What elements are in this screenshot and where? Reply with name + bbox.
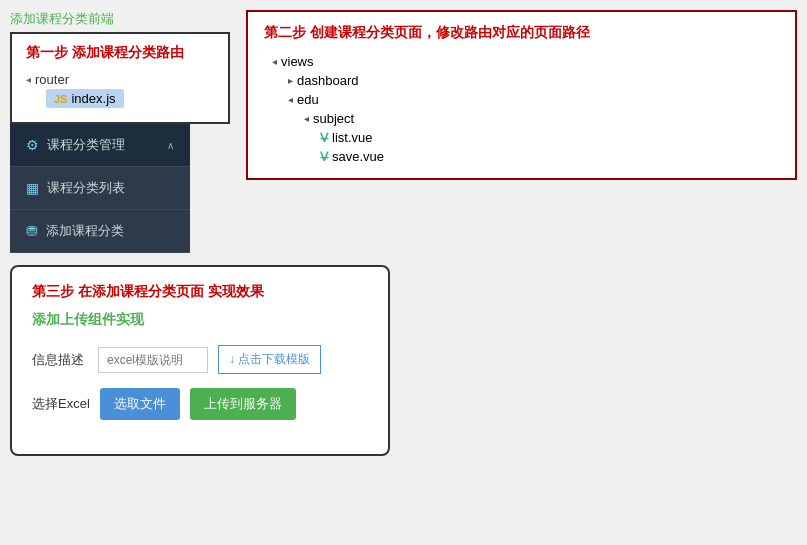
tree2-edu: ◂ edu [288, 90, 779, 109]
left-column: 添加课程分类前端 第一步 添加课程分类路由 ◂ router JS index.… [10, 10, 230, 253]
panel1-wrapper: 添加课程分类前端 第一步 添加课程分类路由 ◂ router JS index.… [10, 10, 230, 124]
panel3-title-text: 在添加课程分类页面 实现效果 [78, 283, 264, 299]
js-icon: JS [54, 93, 67, 105]
panel2-step: 第二步 [264, 24, 306, 40]
desc-input[interactable] [98, 347, 208, 373]
tree2-edu-label: edu [297, 92, 319, 107]
router-tree-item: ◂ router [26, 70, 214, 89]
index-file-item: JS index.js [46, 89, 124, 108]
sidebar-item-list[interactable]: ▦ 课程分类列表 [10, 167, 190, 210]
panel1-title: 第一步 添加课程分类路由 [26, 44, 214, 62]
panel2-title: 第二步 创建课程分类页面，修改路由对应的页面路径 [264, 24, 779, 42]
vue-icon-save: V̶ [320, 150, 328, 164]
sidebar: ⚙ 课程分类管理 ∧ ▦ 课程分类列表 ⛃ 添加课程分类 [10, 124, 190, 253]
panel3-box: 第三步 在添加课程分类页面 实现效果 添加上传组件实现 信息描述 ↓ 点击下载模… [10, 265, 390, 456]
tree2-views-label: views [281, 54, 314, 69]
tree2-dashboard: ▸ dashboard [288, 71, 779, 90]
folder-arrow-dashboard: ▸ [288, 75, 293, 86]
panel1-header: 添加课程分类前端 [10, 10, 114, 28]
folder-arrow-subject: ◂ [304, 113, 309, 124]
bottom-row: 第三步 在添加课程分类页面 实现效果 添加上传组件实现 信息描述 ↓ 点击下载模… [10, 265, 797, 456]
sidebar-item-add[interactable]: ⛃ 添加课程分类 [10, 210, 190, 253]
collapse-arrow-icon: ∧ [167, 140, 174, 151]
tree2-list-label: list.vue [332, 130, 372, 145]
gear-icon: ⚙ [26, 137, 39, 153]
panel3-step: 第三步 [32, 283, 74, 299]
tree-arrow-router: ◂ [26, 74, 31, 85]
router-children: JS index.js [46, 89, 214, 108]
panel3-subtitle: 添加上传组件实现 [32, 311, 368, 329]
tree2-views: ◂ views [272, 52, 779, 71]
index-file-label: index.js [71, 91, 115, 106]
sidebar-manage-label: 课程分类管理 [47, 136, 125, 154]
desc-label: 信息描述 [32, 351, 88, 369]
upload-to-server-button[interactable]: 上传到服务器 [190, 388, 296, 420]
router-label: router [35, 72, 69, 87]
tree2-list-vue: V̶ list.vue [320, 128, 779, 147]
tree2-subject-label: subject [313, 111, 354, 126]
main-container: 添加课程分类前端 第一步 添加课程分类路由 ◂ router JS index.… [10, 10, 797, 456]
top-row: 添加课程分类前端 第一步 添加课程分类路由 ◂ router JS index.… [10, 10, 797, 253]
panel3-title: 第三步 在添加课程分类页面 实现效果 [32, 283, 368, 301]
tree2-subject: ◂ subject [304, 109, 779, 128]
sidebar-add-label: 添加课程分类 [46, 222, 124, 240]
tree2-save-vue: V̶ save.vue [320, 147, 779, 166]
excel-row: 选择Excel 选取文件 上传到服务器 [32, 388, 368, 420]
folder-arrow-views: ◂ [272, 56, 277, 67]
vue-icon-list: V̶ [320, 131, 328, 145]
sidebar-list-label: 课程分类列表 [47, 179, 125, 197]
tree2-container: ◂ views ▸ dashboard ◂ edu ◂ subject [264, 52, 779, 166]
info-desc-row: 信息描述 ↓ 点击下载模版 [32, 345, 368, 374]
excel-label: 选择Excel [32, 395, 90, 413]
grid-icon: ▦ [26, 180, 39, 196]
folder-arrow-edu: ◂ [288, 94, 293, 105]
panel1-box: 第一步 添加课程分类路由 ◂ router JS index.js [10, 32, 230, 124]
tree2-save-label: save.vue [332, 149, 384, 164]
panel2-title-text: 创建课程分类页面，修改路由对应的页面路径 [310, 24, 590, 40]
add-category-icon: ⛃ [26, 223, 38, 239]
download-template-button[interactable]: ↓ 点击下载模版 [218, 345, 321, 374]
panel2-box: 第二步 创建课程分类页面，修改路由对应的页面路径 ◂ views ▸ dashb… [246, 10, 797, 180]
tree2-dashboard-label: dashboard [297, 73, 358, 88]
sidebar-item-manage[interactable]: ⚙ 课程分类管理 ∧ [10, 124, 190, 167]
select-file-button[interactable]: 选取文件 [100, 388, 180, 420]
